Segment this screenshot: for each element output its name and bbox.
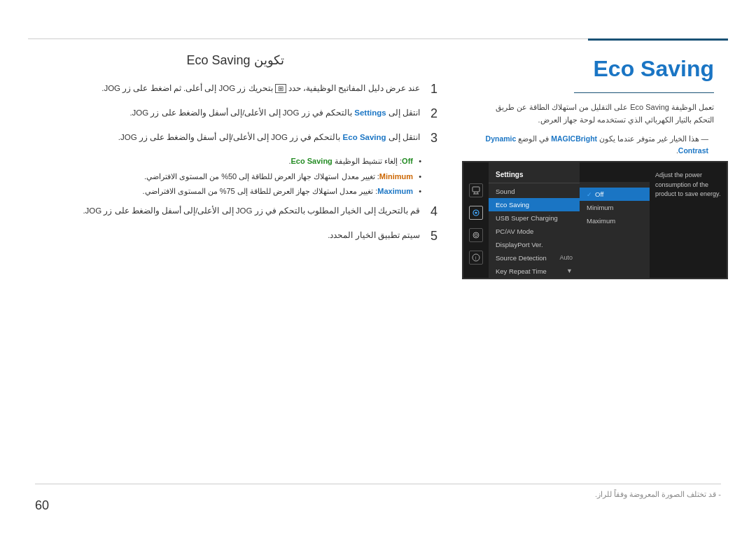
bullet-off-eco: Eco Saving	[291, 157, 332, 165]
section-title-english: Eco Saving	[186, 53, 250, 67]
step3-ecosaving: Eco Saving	[343, 133, 386, 141]
bullet-off-label: Off	[402, 157, 413, 165]
note-text-1b: في الوضع	[516, 134, 551, 143]
icon-eco	[469, 206, 483, 220]
bullet-maximum: Maximum: تغيير معدل استهلاك جهاز العرض ل…	[35, 185, 420, 197]
bottom-note: - قد تختلف الصورة المعروضة وفقاً للراز.	[35, 484, 721, 499]
svg-point-6	[473, 232, 479, 238]
right-accent-bar	[588, 38, 728, 41]
page-number: 60	[35, 498, 49, 513]
steps-container: 1 عند عرض دليل المفاتيح الوظيفية، حدد ⊞ …	[35, 82, 441, 244]
bullet-minimum: Minimum: تغيير معدل استهلاك جهاز العرض ل…	[35, 171, 420, 183]
step-text-3: انتقل إلى Eco Saving بالتحكم في زر JOG إ…	[35, 131, 420, 143]
menu-item-eco-saving[interactable]: Eco Saving	[489, 198, 580, 211]
step-2: 2 انتقل إلى Settings بالتحكم في زر JOG إ…	[35, 106, 441, 121]
icon-info: i	[469, 251, 483, 265]
step-5: 5 سيتم تطبيق الخيار المحدد.	[35, 229, 441, 244]
panel-note-1: هذا الخيار غير متوفر عندما يكون MAGICBri…	[476, 133, 714, 157]
submenu-minimum-label: Minimum	[587, 204, 614, 211]
bullet-minimum-label: Minimum	[379, 172, 413, 181]
bullet-off: Off: إلغاء تنشيط الوظيفة Eco Saving.	[35, 155, 420, 167]
submenu-item-minimum[interactable]: Minimum	[580, 201, 650, 214]
section-title: تكوين Eco Saving	[35, 52, 441, 68]
submenu-off-label: Off	[595, 190, 604, 198]
svg-point-5	[475, 234, 477, 237]
menu-header: Settings	[489, 168, 580, 183]
source-detection-value: Auto	[559, 254, 573, 261]
section-title-arabic: تكوين	[254, 53, 284, 67]
eco-saving-submenu: ✓ Off Minimum Maximum	[580, 182, 650, 278]
svg-rect-0	[472, 187, 479, 192]
check-icon: ✓	[587, 191, 592, 198]
step-text-2: انتقل إلى Settings بالتحكم في زر JOG إلى…	[35, 106, 420, 119]
step-text-5: سيتم تطبيق الخيار المحدد.	[35, 229, 420, 241]
page-title: Eco Saving	[476, 56, 714, 82]
submenu-item-maximum[interactable]: Maximum	[580, 214, 650, 227]
step-number-4: 4	[427, 204, 441, 219]
step-4: 4 قم بالتحريك إلى الخيار المطلوب بالتحكم…	[35, 204, 441, 219]
step-text-1: عند عرض دليل المفاتيح الوظيفية، حدد ⊞ بت…	[35, 82, 420, 94]
bullet-maximum-label: Maximum	[377, 187, 413, 195]
info-text: Adjust the power consumption of the prod…	[655, 171, 721, 199]
settings-menu: Settings Sound Eco Saving USB Super Char…	[489, 162, 580, 278]
icon-ref-1: ⊞	[275, 84, 286, 93]
step-number-1: 1	[427, 82, 441, 97]
step-number-2: 2	[427, 106, 441, 121]
step-number-5: 5	[427, 229, 441, 244]
menu-item-key-repeat[interactable]: Key Repeat Time ▼	[489, 265, 580, 278]
bottom-note-text: -	[716, 490, 721, 498]
submenu-item-off[interactable]: ✓ Off	[580, 188, 650, 201]
submenu-maximum-label: Maximum	[587, 217, 615, 225]
sidebar-icons: i	[463, 162, 489, 278]
magic-bright-label: MAGICBright	[551, 134, 597, 143]
step-text-4: قم بالتحريك إلى الخيار المطلوب بالتحكم ف…	[35, 204, 420, 217]
svg-text:i: i	[475, 255, 477, 260]
icon-settings	[469, 228, 483, 242]
step2-settings: Settings	[354, 108, 386, 117]
icon-display	[469, 183, 483, 197]
step-3: 3 انتقل إلى Eco Saving بالتحكم في زر JOG…	[35, 131, 441, 146]
menu-item-pcav[interactable]: PC/AV Mode	[489, 225, 580, 238]
info-panel: Adjust the power consumption of the prod…	[650, 162, 727, 278]
bullet-list: Off: إلغاء تنشيط الوظيفة Eco Saving. Min…	[35, 155, 420, 197]
panel-divider	[574, 92, 714, 93]
step-1: 1 عند عرض دليل المفاتيح الوظيفية، حدد ⊞ …	[35, 82, 441, 97]
note-text-1: هذا الخيار غير متوفر عندما يكون	[597, 134, 699, 143]
menu-item-usb[interactable]: USB Super Charging	[489, 211, 580, 225]
key-repeat-value: ▼	[566, 267, 573, 274]
bottom-note-content: قد تختلف الصورة المعروضة وفقاً للراز.	[595, 490, 716, 498]
menu-item-sound[interactable]: Sound	[489, 185, 580, 198]
menu-item-source-detection[interactable]: Source Detection Auto	[489, 251, 580, 265]
panel-description: تعمل الوظيفة Eco Saving على التقليل من ا…	[476, 101, 714, 126]
monitor-screenshot: i Settings Sound Eco Saving USB Super Ch…	[462, 161, 728, 279]
menu-item-displayport[interactable]: DisplayPort Ver.	[489, 238, 580, 251]
left-panel: تكوين Eco Saving 1 عند عرض دليل المفاتيح…	[28, 45, 448, 260]
step-number-3: 3	[427, 131, 441, 146]
